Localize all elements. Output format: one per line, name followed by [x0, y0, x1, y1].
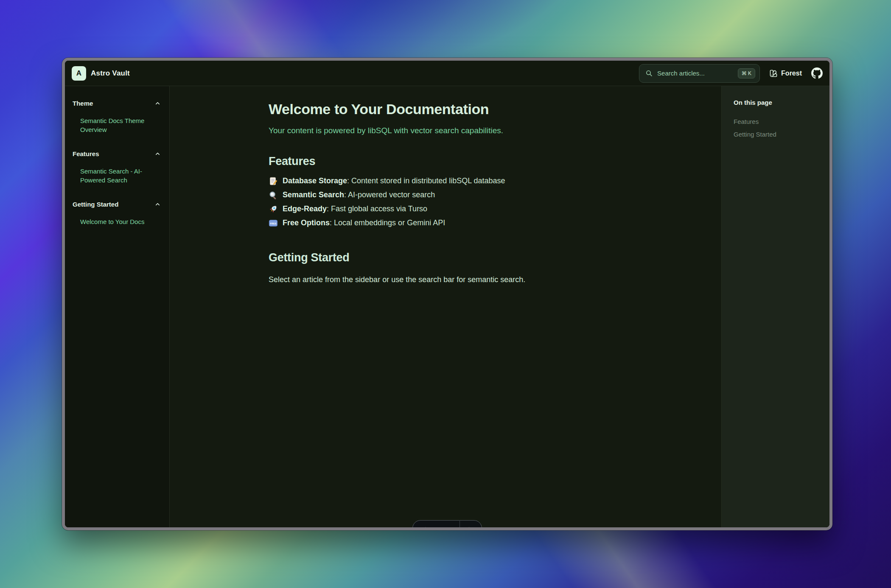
- getting-started-body: Select an article from the sidebar or us…: [269, 275, 638, 284]
- inspect-rocket-icon: [434, 526, 442, 528]
- features-heading: Features: [269, 155, 638, 168]
- list-item: Database Storage: Content stored in dist…: [269, 174, 638, 188]
- astro-vault-logo: A: [72, 66, 86, 81]
- nav-group-header-theme[interactable]: Theme: [73, 100, 161, 107]
- on-this-page-panel: On this page Features Getting Started: [721, 86, 829, 527]
- search-shortcut-badge: ⌘ K: [738, 68, 755, 78]
- chevron-up-icon: [154, 151, 161, 157]
- menu-dash-icon: [447, 526, 454, 528]
- feature-desc: : AI-powered vector search: [344, 190, 435, 199]
- chevron-up-icon: [154, 201, 161, 207]
- list-item: Semantic Search: AI-powered vector searc…: [269, 188, 638, 202]
- toolbar-divider: [460, 520, 460, 527]
- sidebar-item-semantic-search[interactable]: Semantic Search - AI-Powered Search: [73, 167, 151, 185]
- window-content: A Astro Vault Search articles... ⌘ K: [65, 61, 829, 527]
- toc-link-features[interactable]: Features: [734, 115, 821, 128]
- page-title: Welcome to Your Documentation: [269, 101, 638, 118]
- brand-title: Astro Vault: [91, 69, 130, 78]
- nav-group-features: Features Semantic Search - AI-Powered Se…: [73, 150, 161, 185]
- nav-group-label: Features: [73, 150, 99, 157]
- feature-desc: : Fast global access via Turso: [327, 204, 427, 213]
- brand[interactable]: A Astro Vault: [72, 66, 130, 81]
- svg-text:FREE: FREE: [270, 222, 277, 224]
- toc-title: On this page: [734, 99, 821, 106]
- dev-toolbar: [412, 520, 482, 527]
- body-row: Theme Semantic Docs Theme Overview Featu…: [65, 86, 829, 527]
- header-bar: A Astro Vault Search articles... ⌘ K: [65, 61, 829, 86]
- sidebar-item-semantic-docs-theme-overview[interactable]: Semantic Docs Theme Overview: [73, 116, 151, 134]
- nav-group-header-features[interactable]: Features: [73, 150, 161, 157]
- header-actions: Search articles... ⌘ K Forest: [639, 64, 823, 83]
- nav-group-getting-started: Getting Started Welcome to Your Docs: [73, 201, 161, 226]
- logo-letter: A: [76, 69, 81, 78]
- feature-term: Database Storage: [283, 176, 347, 185]
- rocket-emoji-icon: [269, 204, 278, 214]
- feature-term: Edge-Ready: [283, 204, 327, 213]
- nav-group-header-getting-started[interactable]: Getting Started: [73, 201, 161, 208]
- nav-group-label: Getting Started: [73, 201, 118, 208]
- feature-term: Semantic Search: [283, 190, 344, 199]
- github-link[interactable]: [811, 67, 823, 79]
- search-input[interactable]: Search articles... ⌘ K: [639, 64, 760, 83]
- search-placeholder: Search articles...: [657, 70, 738, 77]
- theme-name-label: Forest: [781, 70, 802, 77]
- feature-term: Free Options: [283, 218, 330, 227]
- palette-swatch-icon: [769, 69, 778, 78]
- nav-group-label: Theme: [73, 100, 93, 107]
- memo-emoji-icon: [269, 176, 278, 186]
- list-item: FREE Free Options: Local embeddings or G…: [269, 216, 638, 230]
- toc-link-getting-started[interactable]: Getting Started: [734, 128, 821, 141]
- sidebar-item-welcome-to-your-docs[interactable]: Welcome to Your Docs: [73, 217, 151, 226]
- features-list: Database Storage: Content stored in dist…: [269, 174, 638, 230]
- magnifier-emoji-icon: [269, 190, 278, 200]
- chevron-up-icon: [154, 100, 161, 106]
- astro-logo-icon: [422, 526, 429, 528]
- search-icon: [645, 70, 653, 77]
- github-octocat-icon: [811, 67, 823, 79]
- article: Welcome to Your Documentation Your conte…: [269, 86, 638, 284]
- sidebar-nav: Theme Semantic Docs Theme Overview Featu…: [65, 86, 170, 527]
- feature-desc: : Content stored in distributed libSQL d…: [347, 176, 505, 185]
- desktop-wallpaper: A Astro Vault Search articles... ⌘ K: [0, 0, 891, 588]
- list-item: Edge-Ready: Fast global access via Turso: [269, 202, 638, 216]
- dev-toolbar-pill[interactable]: [412, 520, 482, 527]
- feature-desc: : Local embeddings or Gemini API: [330, 218, 445, 227]
- theme-picker-button[interactable]: Forest: [769, 69, 802, 78]
- getting-started-heading: Getting Started: [269, 251, 638, 264]
- nav-group-theme: Theme Semantic Docs Theme Overview: [73, 100, 161, 134]
- settings-gear-icon: [465, 526, 473, 528]
- page-subtitle: Your content is powered by libSQL with v…: [269, 126, 638, 135]
- main-content: Welcome to Your Documentation Your conte…: [170, 86, 721, 527]
- free-emoji-icon: FREE: [269, 218, 278, 228]
- getting-started-section: Getting Started Select an article from t…: [269, 251, 638, 284]
- app-window: A Astro Vault Search articles... ⌘ K: [62, 58, 832, 530]
